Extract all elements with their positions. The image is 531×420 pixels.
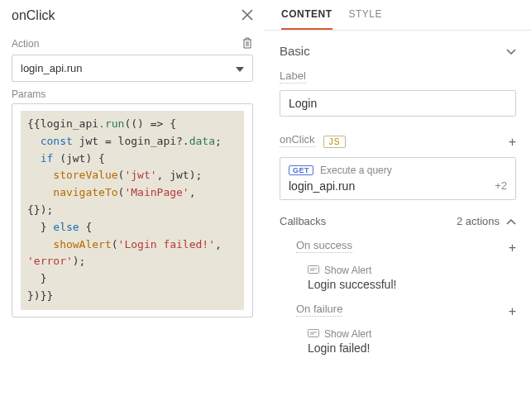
code-content: {{login_api.run(() => { const jwt = logi… (21, 111, 244, 310)
chevron-down-icon[interactable] (506, 44, 516, 58)
close-icon[interactable] (242, 9, 253, 22)
add-failure-action-button[interactable]: + (509, 305, 516, 318)
chevron-up-icon[interactable] (506, 215, 516, 227)
basic-section-title: Basic (280, 44, 310, 58)
params-label: Params (12, 88, 45, 100)
tab-style[interactable]: STYLE (349, 8, 383, 30)
onclick-field-label: onClick (280, 133, 315, 147)
action-dropdown-value: login_api.run (21, 62, 82, 74)
action-label: Action (12, 38, 39, 50)
label-field-label: Label (280, 69, 306, 84)
right-panel: CONTENT STYLE Basic Label onClick JS + (265, 0, 531, 420)
failure-message: Login failed! (308, 341, 516, 355)
left-panel: onClick Action login_api.run Params {{lo… (0, 0, 265, 420)
svg-rect-1 (309, 330, 319, 337)
add-action-button[interactable]: + (509, 136, 516, 149)
js-badge[interactable]: JS (323, 136, 347, 148)
get-badge: GET (289, 165, 313, 175)
params-code-editor[interactable]: {{login_api.run(() => { const jwt = logi… (12, 103, 253, 317)
success-message: Login successful! (308, 278, 516, 291)
action-dropdown[interactable]: login_api.run (12, 55, 253, 82)
add-success-action-button[interactable]: + (509, 241, 516, 255)
failure-action-type: Show Alert (324, 328, 371, 340)
execute-query-label: Execute a query (320, 165, 392, 176)
action-name: login_api.run (289, 179, 355, 193)
on-success-label: On success (296, 239, 352, 253)
actions-count: 2 actions (457, 215, 500, 227)
trash-icon[interactable] (242, 36, 253, 51)
label-input[interactable] (280, 90, 516, 117)
chevron-down-icon (236, 62, 244, 74)
tabs: CONTENT STYLE (265, 0, 531, 31)
callbacks-label: Callbacks (280, 215, 326, 227)
success-action-type: Show Alert (324, 265, 371, 276)
action-card[interactable]: GET Execute a query login_api.run +2 (280, 157, 516, 200)
svg-rect-0 (309, 266, 319, 274)
alert-icon (308, 329, 319, 339)
extra-actions-count: +2 (495, 179, 507, 193)
on-failure-label: On failure (296, 303, 342, 317)
onclick-panel-title: onClick (12, 8, 55, 23)
tab-content[interactable]: CONTENT (281, 8, 332, 30)
alert-icon (308, 265, 319, 275)
